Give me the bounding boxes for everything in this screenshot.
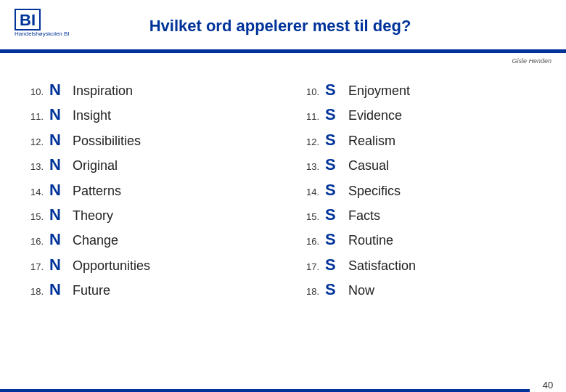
author-line: Gisle Henden (0, 56, 566, 68)
item-letter: N (49, 107, 65, 123)
header: BI Handelshøyskolen BI Hvilket ord appel… (0, 0, 566, 49)
item-number: 13. (298, 161, 319, 173)
item-number: 16. (22, 236, 44, 248)
item-letter: S (325, 232, 341, 248)
logo-box: BI Handelshøyskolen BI (15, 9, 58, 44)
item-number: 18. (298, 286, 319, 298)
left-item-row: 16.NChange (22, 232, 268, 249)
item-letter: N (49, 257, 65, 273)
item-letter: N (49, 207, 65, 223)
item-letter: S (325, 257, 341, 273)
blue-separator (0, 49, 566, 53)
item-letter: N (49, 82, 65, 98)
item-word: Patterns (73, 183, 121, 200)
item-number: 14. (298, 187, 319, 199)
item-letter: N (49, 282, 65, 298)
item-number: 18. (22, 286, 44, 298)
left-item-row: 18.NFuture (22, 282, 268, 299)
left-item-row: 14.NPatterns (22, 182, 268, 200)
page-title: Hvilket ord appelerer mest til deg? (9, 17, 551, 36)
item-number: 12. (22, 136, 44, 149)
footer-bar (0, 389, 530, 392)
logo-tagline: Handelshøyskolen BI (15, 30, 58, 37)
item-number: 10. (22, 86, 44, 99)
item-word: Casual (348, 158, 389, 174)
item-letter: N (49, 132, 65, 148)
item-word: Specifics (348, 183, 401, 200)
item-word: Evidence (348, 107, 402, 124)
item-letter: N (49, 157, 65, 173)
left-item-row: 11.NInsight (22, 107, 268, 124)
right-column: 10.SEnjoyment11.SEvidence12.SRealism13.S… (283, 82, 544, 307)
item-letter: N (49, 182, 65, 198)
item-number: 11. (298, 111, 319, 123)
item-number: 15. (298, 211, 319, 224)
left-item-row: 17.NOpportunities (22, 257, 268, 274)
left-item-row: 15.NTheory (22, 207, 268, 224)
logo-frame: BI (15, 9, 41, 30)
item-number: 17. (298, 261, 319, 274)
item-word: Original (73, 158, 118, 174)
item-word: Realism (348, 133, 395, 150)
right-item-row: 12.SRealism (298, 132, 544, 150)
right-item-row: 13.SCasual (298, 157, 544, 174)
item-letter: S (325, 282, 341, 298)
item-word: Theory (73, 208, 113, 224)
item-letter: S (325, 132, 341, 148)
left-item-row: 12.NPossibilities (22, 132, 268, 150)
item-word: Insight (73, 107, 111, 124)
right-item-row: 15.SFacts (298, 207, 544, 224)
left-item-row: 13.NOriginal (22, 157, 268, 174)
left-column: 10.NInspiration11.NInsight12.NPossibilit… (22, 82, 283, 307)
right-item-row: 17.SSatisfaction (298, 257, 544, 274)
logo-bi: BI (20, 12, 36, 28)
page-number: 40 (530, 380, 566, 392)
item-word: Change (73, 232, 118, 249)
item-letter: S (325, 107, 341, 123)
item-word: Opportunities (73, 258, 150, 274)
item-word: Now (348, 282, 374, 299)
item-word: Facts (348, 208, 380, 224)
right-item-row: 10.SEnjoyment (298, 82, 544, 99)
item-number: 10. (298, 86, 319, 99)
right-item-row: 11.SEvidence (298, 107, 544, 124)
item-letter: N (49, 232, 65, 248)
item-letter: S (325, 207, 341, 223)
item-word: Future (73, 282, 110, 299)
item-word: Satisfaction (348, 258, 416, 274)
item-number: 16. (298, 236, 319, 248)
item-number: 14. (22, 187, 44, 199)
item-letter: S (325, 82, 341, 98)
item-number: 13. (22, 161, 44, 173)
item-letter: S (325, 182, 341, 198)
item-letter: S (325, 157, 341, 173)
item-word: Enjoyment (348, 83, 410, 99)
item-word: Possibilities (73, 133, 141, 150)
item-number: 17. (22, 261, 44, 274)
item-word: Inspiration (73, 83, 133, 99)
item-number: 11. (22, 111, 44, 123)
item-word: Routine (348, 232, 393, 249)
item-number: 15. (22, 211, 44, 224)
item-number: 12. (298, 136, 319, 149)
left-item-row: 10.NInspiration (22, 82, 268, 99)
right-item-row: 16.SRoutine (298, 232, 544, 249)
footer: 40 (0, 380, 566, 392)
right-item-row: 14.SSpecifics (298, 182, 544, 200)
right-item-row: 18.SNow (298, 282, 544, 299)
main-content: 10.NInspiration11.NInsight12.NPossibilit… (0, 68, 566, 314)
